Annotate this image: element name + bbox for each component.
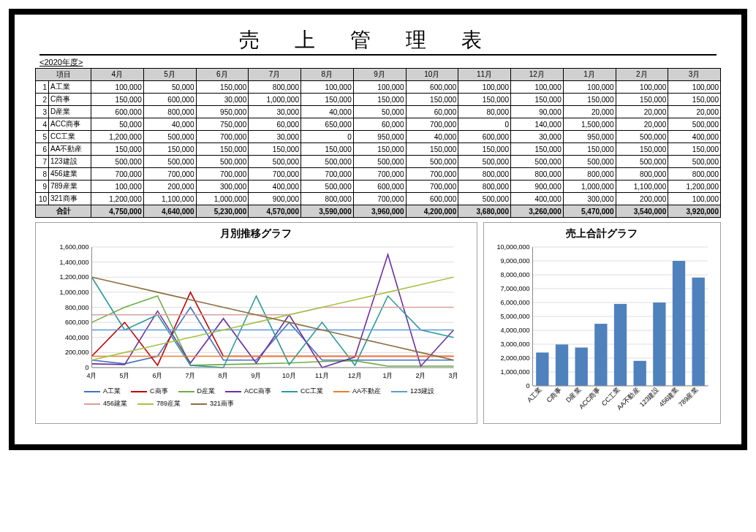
svg-text:123建設: 123建設 xyxy=(638,386,660,408)
bar-chart: 01,000,0002,000,0003,000,0004,000,0005,0… xyxy=(488,243,716,419)
cell-value: 600,000 xyxy=(406,193,458,205)
cell-value: 700,000 xyxy=(91,168,144,180)
row-name: ACC商事 xyxy=(49,118,91,131)
cell-value: 700,000 xyxy=(196,168,249,180)
cell-value: 150,000 xyxy=(196,81,249,94)
col-header-month: 6月 xyxy=(196,69,249,81)
cell-value: 950,000 xyxy=(196,106,249,118)
cell-value: 500,000 xyxy=(668,156,721,168)
svg-text:2月: 2月 xyxy=(415,372,426,379)
table-row: 9 789産業 100,000200,000300,000400,000500,… xyxy=(36,180,721,193)
cell-value: 40,000 xyxy=(143,118,196,131)
cell-value: 100,000 xyxy=(563,81,616,94)
cell-value: 750,000 xyxy=(196,118,249,131)
page-frame: 売上管理表 <2020年度> 項目4月5月6月7月8月9月10月11月12月1月… xyxy=(9,9,747,450)
cell-value: 0 xyxy=(458,118,511,131)
line-chart-legend: A工業 C商事 D産業 ACC商事 CC工業 AA不動産 123建設 xyxy=(40,385,472,410)
legend-item: 456建業 xyxy=(84,399,127,408)
cell-value: 500,000 xyxy=(616,156,668,168)
cell-value: 50,000 xyxy=(91,118,144,131)
cell-value: 500,000 xyxy=(249,156,301,168)
line-chart-title: 月別推移グラフ xyxy=(40,227,472,240)
row-index: 6 xyxy=(36,143,49,156)
cell-value: 800,000 xyxy=(458,180,511,193)
svg-rect-68 xyxy=(673,261,685,386)
cell-value: 500,000 xyxy=(196,156,249,168)
cell-value: 600,000 xyxy=(406,81,458,94)
svg-text:D産業: D産業 xyxy=(564,386,582,403)
svg-text:ACC商事: ACC商事 xyxy=(578,386,602,410)
row-name: D産業 xyxy=(49,106,91,118)
legend-swatch xyxy=(84,391,100,392)
row-index: 9 xyxy=(36,180,49,193)
line-chart: 0200,000400,000600,000800,0001,000,0001,… xyxy=(40,243,472,382)
svg-text:1,000,000: 1,000,000 xyxy=(59,289,88,296)
svg-text:1,000,000: 1,000,000 xyxy=(500,368,529,376)
cell-value: 700,000 xyxy=(406,180,458,193)
legend-label: D産業 xyxy=(197,387,216,396)
cell-value: 100,000 xyxy=(91,81,144,94)
cell-value: 800,000 xyxy=(616,168,668,180)
cell-value: 800,000 xyxy=(458,168,511,180)
cell-value: 900,000 xyxy=(511,180,564,193)
cell-value: 150,000 xyxy=(563,94,616,106)
row-name: CC工業 xyxy=(49,131,91,143)
cell-value: 20,000 xyxy=(616,118,668,131)
row-name: 789産業 xyxy=(49,180,91,193)
cell-value: 50,000 xyxy=(143,81,196,94)
cell-value: 100,000 xyxy=(668,193,721,205)
cell-value: 500,000 xyxy=(301,180,354,193)
cell-value: 800,000 xyxy=(143,106,196,118)
cell-value: 500,000 xyxy=(616,131,668,143)
svg-text:1月: 1月 xyxy=(382,372,393,379)
cell-value: 1,200,000 xyxy=(668,180,721,193)
total-cell: 3,960,000 xyxy=(353,205,406,218)
legend-item: 123建設 xyxy=(391,387,434,396)
row-index: 2 xyxy=(36,94,49,106)
legend-item: C商事 xyxy=(131,387,168,396)
cell-value: 800,000 xyxy=(668,168,721,180)
total-cell: 3,680,000 xyxy=(458,205,511,218)
row-index: 4 xyxy=(36,118,49,131)
cell-value: 700,000 xyxy=(301,168,354,180)
row-name: 123建設 xyxy=(49,156,91,168)
cell-value: 650,000 xyxy=(301,118,354,131)
cell-value: 20,000 xyxy=(668,106,721,118)
cell-value: 150,000 xyxy=(91,143,144,156)
table-row: 3 D産業 600,000800,000950,00030,00040,0005… xyxy=(36,106,721,118)
legend-item: D産業 xyxy=(178,387,216,396)
cell-value: 800,000 xyxy=(511,168,564,180)
svg-text:7月: 7月 xyxy=(185,372,195,379)
cell-value: 1,500,000 xyxy=(563,118,616,131)
cell-value: 400,000 xyxy=(249,180,301,193)
cell-value: 60,000 xyxy=(406,106,458,118)
svg-text:1,200,000: 1,200,000 xyxy=(59,273,88,281)
row-index: 8 xyxy=(36,168,49,180)
cell-value: 700,000 xyxy=(249,168,301,180)
legend-label: 789産業 xyxy=(156,399,181,408)
svg-text:1,400,000: 1,400,000 xyxy=(59,259,88,266)
legend-label: A工業 xyxy=(103,387,121,396)
cell-value: 500,000 xyxy=(668,118,721,131)
col-header-item: 項目 xyxy=(36,69,91,81)
svg-text:6,000,000: 6,000,000 xyxy=(500,299,529,306)
total-cell: 3,260,000 xyxy=(511,205,564,218)
svg-text:789産業: 789産業 xyxy=(677,386,699,408)
legend-label: 321商事 xyxy=(210,399,234,408)
cell-value: 150,000 xyxy=(301,94,354,106)
table-row: 2 C商事 150,000600,00030,0001,000,000150,0… xyxy=(36,94,721,106)
cell-value: 1,000,000 xyxy=(563,180,616,193)
svg-rect-64 xyxy=(633,361,646,386)
svg-rect-56 xyxy=(556,344,568,386)
bar-chart-title: 売上合計グラフ xyxy=(488,227,716,240)
total-cell: 3,920,000 xyxy=(668,205,721,218)
cell-value: 150,000 xyxy=(301,143,354,156)
legend-swatch xyxy=(137,403,154,405)
svg-text:2,000,000: 2,000,000 xyxy=(500,354,529,362)
svg-text:10月: 10月 xyxy=(282,372,296,379)
col-header-month: 8月 xyxy=(301,69,354,81)
legend-label: AA不動産 xyxy=(352,387,381,396)
svg-text:7,000,000: 7,000,000 xyxy=(500,285,529,292)
cell-value: 40,000 xyxy=(301,106,354,118)
cell-value: 30,000 xyxy=(196,94,249,106)
